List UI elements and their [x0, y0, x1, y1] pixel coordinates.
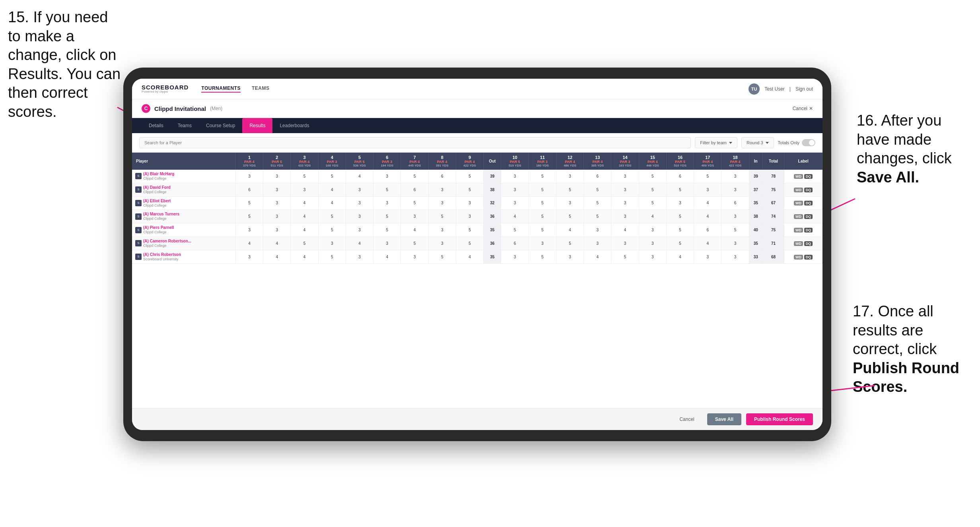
score-hole-10[interactable]: 3: [501, 170, 529, 183]
score-hole-1[interactable]: 5: [235, 210, 263, 223]
wd-badge[interactable]: WD: [794, 188, 803, 192]
score-hole-3[interactable]: 4: [291, 223, 318, 237]
score-hole-7[interactable]: 3: [401, 250, 428, 264]
score-hole-11[interactable]: 5: [529, 183, 556, 196]
score-hole-18[interactable]: 3: [721, 250, 749, 264]
score-hole-10[interactable]: 4: [501, 210, 529, 223]
score-hole-3[interactable]: 3: [291, 183, 318, 196]
score-hole-2[interactable]: 3: [263, 196, 291, 210]
dq-badge[interactable]: DQ: [804, 255, 813, 260]
score-hole-4[interactable]: 5: [318, 250, 346, 264]
score-hole-9[interactable]: 5: [456, 236, 483, 250]
score-hole-18[interactable]: 3: [721, 236, 749, 250]
filter-team-dropdown[interactable]: Filter by team: [695, 137, 737, 148]
score-hole-17[interactable]: 4: [694, 236, 721, 250]
nav-tournaments[interactable]: TOURNAMENTS: [201, 85, 241, 93]
score-hole-1[interactable]: 3: [235, 170, 263, 183]
score-hole-2[interactable]: 3: [263, 170, 291, 183]
score-hole-11[interactable]: 3: [529, 236, 556, 250]
score-hole-15[interactable]: 5: [639, 196, 666, 210]
score-hole-2[interactable]: 3: [263, 223, 291, 237]
score-hole-14[interactable]: 3: [611, 210, 639, 223]
tab-course-setup[interactable]: Course Setup: [199, 118, 242, 133]
score-hole-12[interactable]: 3: [556, 196, 583, 210]
score-hole-1[interactable]: 3: [235, 223, 263, 237]
save-all-button[interactable]: Save All: [707, 413, 741, 425]
score-hole-3[interactable]: 5: [291, 236, 318, 250]
score-hole-14[interactable]: 3: [611, 196, 639, 210]
score-hole-5[interactable]: 3: [346, 183, 373, 196]
score-hole-16[interactable]: 5: [666, 183, 694, 196]
score-hole-3[interactable]: 4: [291, 210, 318, 223]
score-hole-8[interactable]: 5: [428, 210, 456, 223]
wd-badge[interactable]: WD: [794, 228, 803, 232]
score-hole-18[interactable]: 3: [721, 183, 749, 196]
score-hole-12[interactable]: 3: [556, 250, 583, 264]
sign-out-link[interactable]: Sign out: [795, 86, 813, 92]
score-hole-13[interactable]: 4: [584, 250, 611, 264]
score-hole-5[interactable]: 4: [346, 236, 373, 250]
score-hole-15[interactable]: 5: [639, 170, 666, 183]
score-hole-5[interactable]: 3: [346, 196, 373, 210]
score-hole-6[interactable]: 4: [373, 250, 401, 264]
score-hole-8[interactable]: 3: [428, 223, 456, 237]
score-hole-10[interactable]: 5: [501, 223, 529, 237]
score-hole-18[interactable]: 3: [721, 170, 749, 183]
score-hole-13[interactable]: 3: [584, 236, 611, 250]
score-hole-2[interactable]: 3: [263, 210, 291, 223]
cancel-button[interactable]: Cancel: [671, 413, 702, 425]
tab-teams[interactable]: Teams: [171, 118, 199, 133]
score-hole-4[interactable]: 5: [318, 223, 346, 237]
score-hole-12[interactable]: 5: [556, 183, 583, 196]
score-hole-5[interactable]: 3: [346, 210, 373, 223]
score-hole-15[interactable]: 3: [639, 223, 666, 237]
wd-badge[interactable]: WD: [794, 174, 803, 179]
score-hole-8[interactable]: 3: [428, 236, 456, 250]
score-hole-15[interactable]: 4: [639, 210, 666, 223]
score-hole-10[interactable]: 3: [501, 183, 529, 196]
score-hole-16[interactable]: 6: [666, 170, 694, 183]
score-hole-6[interactable]: 5: [373, 223, 401, 237]
score-hole-15[interactable]: 3: [639, 250, 666, 264]
search-input[interactable]: [139, 137, 691, 148]
score-hole-10[interactable]: 3: [501, 196, 529, 210]
round-dropdown[interactable]: Round 3: [741, 137, 774, 148]
score-hole-9[interactable]: 5: [456, 170, 483, 183]
score-hole-17[interactable]: 4: [694, 210, 721, 223]
score-hole-1[interactable]: 4: [235, 236, 263, 250]
tab-details[interactable]: Details: [142, 118, 171, 133]
score-hole-7[interactable]: 6: [401, 183, 428, 196]
score-hole-15[interactable]: 3: [639, 236, 666, 250]
score-hole-12[interactable]: 3: [556, 170, 583, 183]
score-hole-16[interactable]: 4: [666, 250, 694, 264]
score-hole-14[interactable]: 5: [611, 250, 639, 264]
tab-results[interactable]: Results: [242, 118, 272, 133]
score-hole-13[interactable]: 5: [584, 183, 611, 196]
publish-round-scores-button[interactable]: Publish Round Scores: [746, 413, 813, 425]
score-hole-14[interactable]: 3: [611, 183, 639, 196]
score-hole-17[interactable]: 6: [694, 223, 721, 237]
score-hole-18[interactable]: 3: [721, 210, 749, 223]
totals-toggle-switch[interactable]: [802, 139, 815, 146]
score-hole-16[interactable]: 5: [666, 223, 694, 237]
score-hole-3[interactable]: 5: [291, 170, 318, 183]
dq-badge[interactable]: DQ: [804, 241, 813, 246]
score-hole-2[interactable]: 3: [263, 183, 291, 196]
score-hole-9[interactable]: 3: [456, 210, 483, 223]
score-hole-13[interactable]: 5: [584, 210, 611, 223]
cancel-tournament-button[interactable]: Cancel ✕: [793, 106, 813, 111]
score-hole-4[interactable]: 4: [318, 183, 346, 196]
score-hole-3[interactable]: 4: [291, 250, 318, 264]
score-hole-16[interactable]: 5: [666, 236, 694, 250]
score-hole-11[interactable]: 5: [529, 210, 556, 223]
tab-leaderboards[interactable]: Leaderboards: [272, 118, 316, 133]
score-hole-12[interactable]: 5: [556, 236, 583, 250]
score-hole-6[interactable]: 3: [373, 236, 401, 250]
score-hole-2[interactable]: 4: [263, 236, 291, 250]
score-hole-14[interactable]: 3: [611, 236, 639, 250]
score-hole-9[interactable]: 3: [456, 196, 483, 210]
score-hole-18[interactable]: 6: [721, 196, 749, 210]
score-hole-6[interactable]: 3: [373, 170, 401, 183]
score-hole-7[interactable]: 4: [401, 223, 428, 237]
score-hole-17[interactable]: 4: [694, 196, 721, 210]
